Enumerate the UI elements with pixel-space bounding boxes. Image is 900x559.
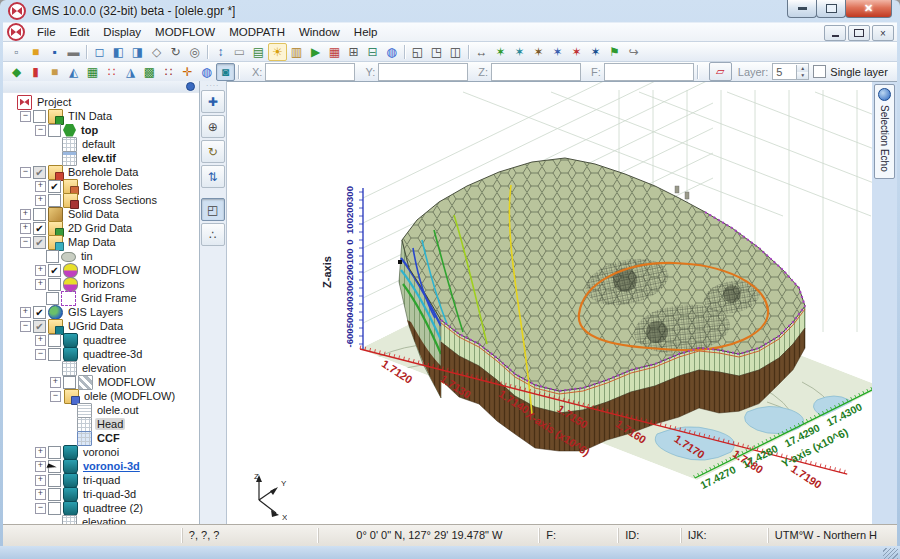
previous-view-icon[interactable]: ◎ <box>185 43 204 61</box>
tree-item-quadtree-2[interactable]: −quadtree (2) <box>3 501 199 515</box>
checkbox[interactable] <box>48 474 61 487</box>
oblique-view-icon[interactable]: ◇ <box>147 43 166 61</box>
checkbox[interactable]: ✔ <box>33 222 46 235</box>
tree-item-label[interactable]: UGrid Data <box>66 320 125 332</box>
spin-up-icon[interactable]: ▲ <box>796 65 808 72</box>
expand-toggle[interactable]: + <box>35 475 46 486</box>
expand-toggle[interactable]: + <box>35 447 46 458</box>
tree-item-label[interactable]: GIS Layers <box>66 306 125 318</box>
tree-item-label[interactable]: Project <box>35 96 73 108</box>
ugrid-module-icon[interactable]: ◙ <box>216 63 235 81</box>
front-view-icon[interactable]: ◧ <box>109 43 128 61</box>
close-button[interactable]: ✕ <box>845 0 892 18</box>
send-backward-icon[interactable]: ◳ <box>427 43 446 61</box>
tree-item-label[interactable]: TIN Data <box>66 110 114 122</box>
tree-item-modflow[interactable]: +MODFLOW <box>3 375 199 389</box>
map-module-icon[interactable]: ✛ <box>178 63 197 81</box>
tree-item-olele-out[interactable]: olele.out <box>3 403 199 417</box>
tree-item-tin-data[interactable]: −TIN Data <box>3 109 199 123</box>
map-to-mesh-icon[interactable]: ✶ <box>548 43 567 61</box>
checkbox[interactable] <box>46 250 59 263</box>
tree-item-grid-frame[interactable]: Grid Frame <box>3 291 199 305</box>
tree-item-label[interactable]: Map Data <box>66 236 118 248</box>
spin-down-icon[interactable]: ▼ <box>796 72 808 79</box>
tree-item-boreholes[interactable]: +✔Boreholes <box>3 179 199 193</box>
tree-item-label[interactable]: elevation <box>80 516 128 524</box>
tree-item-quadtree-3d[interactable]: −quadtree-3d <box>3 347 199 361</box>
open-icon[interactable]: ■ <box>26 43 45 61</box>
tree-item-label[interactable]: 2D Grid Data <box>66 222 134 234</box>
tree-item-label[interactable]: tin <box>79 250 95 262</box>
bring-forward-icon[interactable]: ◱ <box>408 43 427 61</box>
tree-item-label[interactable]: quadtree-3d <box>81 348 144 360</box>
tree-item-label[interactable]: elevation <box>80 362 128 374</box>
pin-icon[interactable] <box>186 82 195 91</box>
redirect-icon[interactable]: ↪ <box>624 43 643 61</box>
tree-item-label[interactable]: voronoi <box>81 446 121 458</box>
mesh3d-module-icon[interactable]: ◮ <box>121 63 140 81</box>
checkbox[interactable]: ✔ <box>48 180 61 193</box>
tree-item-default[interactable]: default <box>3 137 199 151</box>
ortho-mode-button[interactable]: ▱ <box>709 62 732 81</box>
calculator-icon[interactable]: ⊞ <box>344 43 363 61</box>
mdi-minimize-button[interactable] <box>824 25 846 41</box>
menu-modpath[interactable]: MODPATH <box>222 25 292 39</box>
title-bar[interactable]: GMS 10.0.0 (32-bit) beta - [olele.gpr *]… <box>0 0 900 22</box>
rotate-view-icon[interactable]: ↻ <box>166 43 185 61</box>
tree-item-ccf[interactable]: CCF <box>3 431 199 445</box>
expand-toggle[interactable]: + <box>50 377 61 388</box>
frame-image-icon[interactable]: ◫ <box>446 43 465 61</box>
checkbox[interactable] <box>48 502 61 515</box>
tree-item-tri-quad[interactable]: +tri-quad <box>3 473 199 487</box>
checkbox[interactable]: ✔ <box>33 166 46 179</box>
scatter3d-module-icon[interactable]: ∷ <box>159 63 178 81</box>
tree-item-cross-sections[interactable]: +Cross Sections <box>3 193 199 207</box>
checkbox[interactable] <box>33 208 46 221</box>
select-vertex-tool-icon[interactable]: ∴ <box>201 223 225 246</box>
selection-echo-tab[interactable]: Selection Echo <box>874 84 895 179</box>
mesh2d-module-icon[interactable]: ◭ <box>64 63 83 81</box>
add-plot-icon[interactable]: ⊟ <box>363 43 382 61</box>
expand-toggle[interactable]: + <box>20 223 31 234</box>
play-animation-icon[interactable]: ▶ <box>306 43 325 61</box>
tree-item-ugrid-data[interactable]: −✔UGrid Data <box>3 319 199 333</box>
expand-toggle[interactable]: + <box>35 489 46 500</box>
checkbox[interactable] <box>48 446 61 459</box>
expand-toggle[interactable]: − <box>20 237 31 248</box>
map-to-borehole-icon[interactable]: ✶ <box>510 43 529 61</box>
tree-item-label[interactable]: Solid Data <box>66 208 121 220</box>
tree-item-label[interactable]: olele (MODFLOW) <box>82 390 177 402</box>
tree-item-label[interactable]: Grid Frame <box>79 292 139 304</box>
tree-item-tin[interactable]: tin <box>3 249 199 263</box>
menu-file[interactable]: File <box>30 25 63 39</box>
rotate-tool-icon[interactable]: ↻ <box>201 140 225 163</box>
tree-item-label[interactable]: horizons <box>81 278 127 290</box>
checkbox[interactable]: ✔ <box>33 236 46 249</box>
f-input[interactable] <box>604 63 694 81</box>
single-layer-checkbox[interactable] <box>813 65 826 78</box>
tree-item-elevation[interactable]: elevation <box>3 515 199 524</box>
tree-item-label[interactable]: quadtree (2) <box>81 502 145 514</box>
save-icon[interactable]: ▪ <box>45 43 64 61</box>
tree-item-label[interactable]: quadtree <box>81 334 128 346</box>
tree-item-label[interactable]: top <box>79 124 100 136</box>
checkbox[interactable]: ✔ <box>33 320 46 333</box>
display-options-icon[interactable]: ☀ <box>268 43 287 61</box>
tree-item-label[interactable]: Cross Sections <box>81 194 159 206</box>
tree-item-label[interactable]: tri-quad-3d <box>81 488 138 500</box>
resize-grip[interactable] <box>883 548 898 559</box>
expand-toggle[interactable]: − <box>35 125 46 136</box>
tree-item-modflow[interactable]: +✔MODFLOW <box>3 263 199 277</box>
expand-toggle[interactable]: − <box>20 167 31 178</box>
plan-view-icon[interactable]: ◻ <box>90 43 109 61</box>
mdi-restore-button[interactable] <box>848 25 870 41</box>
map-to-ugrid-icon[interactable]: ✶ <box>586 43 605 61</box>
palette-grip[interactable]: ···· <box>206 83 219 88</box>
checkbox[interactable] <box>48 194 61 207</box>
scatter2d-module-icon[interactable]: ∷ <box>102 63 121 81</box>
color-ramp-icon[interactable]: ▦ <box>325 43 344 61</box>
annotation-icon[interactable]: ▤ <box>249 43 268 61</box>
select-ugrid-cell-tool-icon[interactable]: ◰ <box>201 198 225 221</box>
tree-item-head[interactable]: Head <box>3 417 199 431</box>
tree-item-label[interactable]: Borehole Data <box>66 166 140 178</box>
